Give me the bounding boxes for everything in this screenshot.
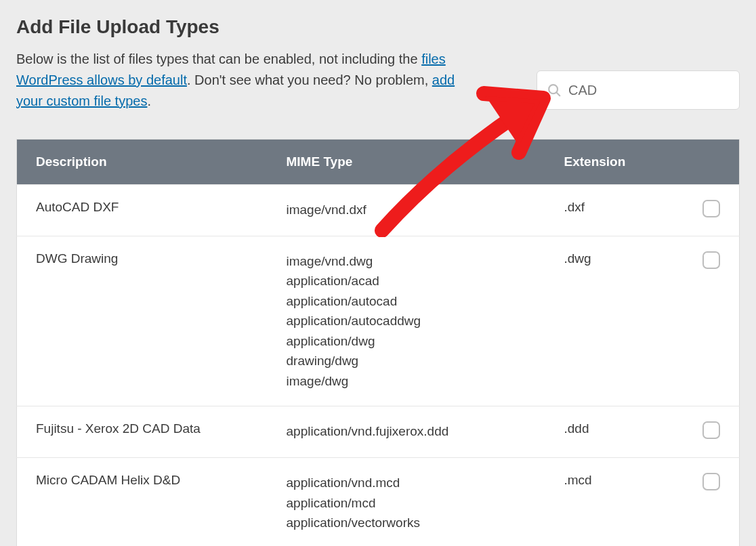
table-row: Micro CADAM Helix D&Dapplication/vnd.mcd… bbox=[17, 458, 740, 546]
search-icon bbox=[547, 83, 562, 98]
mime-value: application/autocad bbox=[287, 291, 526, 311]
enable-checkbox[interactable] bbox=[702, 473, 720, 490]
mime-value: application/autocaddwg bbox=[287, 311, 526, 331]
intro-text: Below is the list of files types that ca… bbox=[16, 49, 482, 112]
col-description: Description bbox=[17, 140, 268, 185]
intro-part-2: . Don't see what you need? No problem, bbox=[187, 72, 432, 87]
col-extension: Extension bbox=[545, 140, 684, 185]
cell-extension: .mcd bbox=[545, 458, 684, 546]
intro-part-1: Below is the list of files types that ca… bbox=[16, 51, 421, 66]
mime-value: application/vnd.mcd bbox=[287, 473, 526, 492]
table-row: Fujitsu - Xerox 2D CAD Dataapplication/v… bbox=[17, 406, 740, 458]
cell-description: AutoCAD DXF bbox=[17, 185, 268, 236]
mime-value: image/dwg bbox=[287, 371, 526, 391]
cell-mime: image/vnd.dwgapplication/acadapplication… bbox=[268, 236, 545, 406]
mime-value: image/vnd.dxf bbox=[287, 200, 526, 219]
col-checkbox bbox=[684, 140, 740, 185]
mime-value: application/dwg bbox=[287, 331, 526, 351]
cell-description: Fujitsu - Xerox 2D CAD Data bbox=[17, 406, 268, 458]
cell-checkbox bbox=[684, 236, 740, 406]
mime-value: application/mcd bbox=[287, 493, 526, 513]
search-input[interactable] bbox=[568, 83, 730, 98]
cell-description: DWG Drawing bbox=[17, 236, 268, 406]
file-types-table: Description MIME Type Extension AutoCAD … bbox=[16, 139, 740, 546]
table-row: AutoCAD DXFimage/vnd.dxf.dxf bbox=[17, 185, 740, 236]
mime-value: image/vnd.dwg bbox=[287, 251, 526, 271]
search-box[interactable] bbox=[537, 70, 740, 110]
cell-extension: .dxf bbox=[545, 185, 684, 236]
intro-part-3: . bbox=[147, 93, 151, 108]
col-mime: MIME Type bbox=[268, 140, 545, 185]
table-row: DWG Drawingimage/vnd.dwgapplication/acad… bbox=[17, 236, 740, 406]
cell-checkbox bbox=[684, 185, 740, 236]
svg-line-1 bbox=[556, 92, 560, 96]
cell-checkbox bbox=[684, 458, 740, 546]
enable-checkbox[interactable] bbox=[702, 421, 720, 439]
mime-value: application/vectorworks bbox=[287, 513, 526, 532]
cell-mime: application/vnd.mcdapplication/mcdapplic… bbox=[268, 458, 545, 546]
cell-mime: application/vnd.fujixerox.ddd bbox=[268, 406, 545, 458]
cell-extension: .ddd bbox=[545, 406, 684, 458]
cell-description: Micro CADAM Helix D&D bbox=[17, 458, 268, 546]
mime-value: drawing/dwg bbox=[287, 351, 526, 371]
cell-extension: .dwg bbox=[545, 236, 684, 406]
mime-value: application/vnd.fujixerox.ddd bbox=[287, 421, 526, 441]
enable-checkbox[interactable] bbox=[702, 251, 720, 269]
cell-mime: image/vnd.dxf bbox=[268, 185, 545, 236]
enable-checkbox[interactable] bbox=[702, 200, 720, 217]
cell-checkbox bbox=[684, 406, 740, 458]
mime-value: application/acad bbox=[287, 271, 526, 291]
page-title: Add File Upload Types bbox=[16, 16, 740, 38]
